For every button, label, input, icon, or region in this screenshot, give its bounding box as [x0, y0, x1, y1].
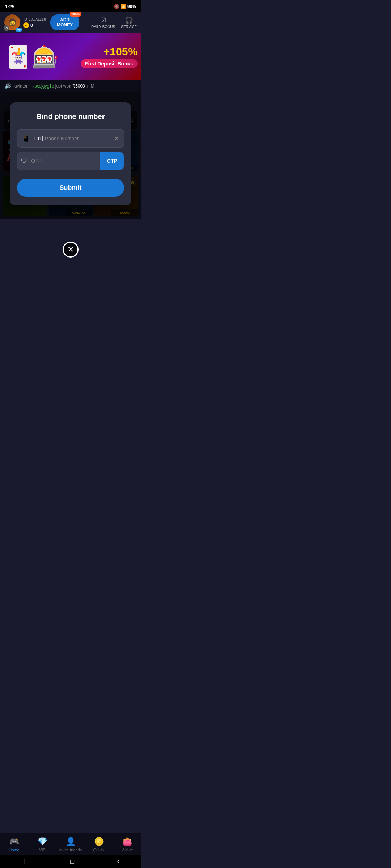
user-info: ID:38172218 ● 0	[23, 17, 46, 28]
close-modal-button[interactable]: ✕	[63, 242, 79, 258]
modal-title: Bind phone number	[17, 112, 124, 121]
coin-count: 0	[30, 22, 33, 28]
banner-subtitle: First Deposit Bonus	[81, 59, 138, 68]
coins-row: ● 0	[23, 22, 46, 28]
avatar-wrap: 🧔 ⚙ V0	[4, 14, 20, 30]
main-content: ‹ Fis › 🛩️Aviator 🏆 FORTUNE GEMS 🎯 WHEEL…	[0, 92, 141, 219]
clear-phone-button[interactable]: ✕	[114, 135, 119, 142]
modal-overlay: ✕ Bind phone number 📱 +91| ✕ 🛡 OTP Submi…	[0, 92, 141, 219]
otp-shield-icon: 🛡	[21, 157, 28, 165]
status-time: 1:25	[5, 4, 14, 9]
battery-text: 90%	[127, 4, 136, 9]
winner-name: xsxojgyg1p	[32, 84, 54, 89]
close-overlay-wrap: ✕	[63, 242, 79, 258]
phone-input-group: 📱 +91| ✕	[17, 129, 124, 148]
settings-icon[interactable]: ⚙	[4, 25, 9, 31]
add-money-button[interactable]: 105% ADDMONEY	[50, 14, 79, 31]
header: 🧔 ⚙ V0 ID:38172218 ● 0 105% ADDMONEY ☑ D…	[0, 12, 141, 33]
phone-prefix: +91|	[33, 136, 43, 141]
status-right: 🔇 📶 90%	[114, 4, 136, 9]
banner: 🃏🎰 +105% First Deposit Bonus	[0, 33, 141, 80]
otp-input[interactable]	[31, 158, 100, 164]
win-amount: ₹5000	[72, 84, 85, 89]
user-id: ID:38172218	[23, 17, 46, 21]
service-label: SERVICE	[121, 25, 137, 29]
game-name: aviator	[14, 84, 28, 89]
header-actions: ☑ DAILY BONUS 🎧 SERVICE	[91, 16, 137, 29]
status-bar: 1:25 🔇 📶 90%	[0, 0, 141, 12]
status-icons: 🔇 📶 90%	[114, 4, 136, 9]
submit-button[interactable]: Submit	[17, 179, 124, 197]
win-text: just won	[55, 84, 71, 89]
coin-icon: ●	[23, 22, 29, 28]
marquee-bar: 🔊 aviator xsxojgyg1p just won ₹5000 in M	[0, 80, 141, 92]
get-otp-button[interactable]: OTP	[100, 152, 124, 170]
daily-bonus-icon: ☑	[100, 16, 106, 24]
daily-bonus-action[interactable]: ☑ DAILY BONUS	[91, 16, 115, 29]
sound-icon: 🔊	[4, 82, 12, 89]
phone-input[interactable]	[45, 136, 114, 141]
phone-icon: 📱	[22, 135, 30, 142]
win-suffix: in M	[86, 84, 94, 89]
service-icon: 🎧	[125, 16, 133, 24]
banner-percent: +105%	[81, 46, 138, 58]
level-badge: V0	[16, 28, 22, 32]
service-action[interactable]: 🎧 SERVICE	[121, 16, 137, 29]
marquee-text: aviator xsxojgyg1p just won ₹5000 in M	[14, 84, 94, 89]
banner-chips: 🃏🎰	[0, 33, 64, 80]
add-money-badge: 105%	[70, 12, 81, 17]
banner-text: +105% First Deposit Bonus	[81, 46, 138, 68]
daily-bonus-label: DAILY BONUS	[91, 25, 115, 29]
otp-input-group: 🛡 OTP	[17, 152, 124, 170]
modal-dialog: Bind phone number 📱 +91| ✕ 🛡 OTP Submit	[10, 102, 131, 205]
